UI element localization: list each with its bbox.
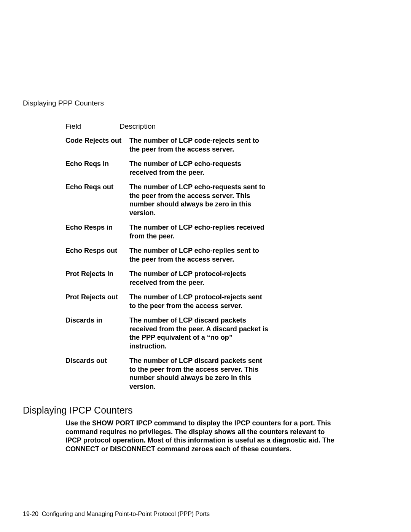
field-label: Prot Rejects out: [65, 293, 129, 302]
field-description: The number of LCP discard packets receiv…: [129, 316, 270, 350]
field-description: The number of LCP protocol-rejects sent …: [129, 293, 270, 310]
table-row: Echo Reqs in The number of LCP echo-requ…: [65, 157, 270, 180]
section-heading-ipcp: Displaying IPCP Counters: [23, 405, 373, 416]
table-row: Discards out The number of LCP discard p…: [65, 353, 270, 394]
field-label: Prot Rejects in: [65, 270, 129, 278]
field-label: Discards in: [65, 316, 129, 325]
field-label: Echo Reqs out: [65, 183, 129, 192]
table-header-row: Field Description: [65, 119, 270, 133]
table-row: Echo Resps out The number of LCP echo-re…: [65, 243, 270, 267]
page-header: Displaying PPP Counters: [23, 99, 373, 107]
field-description: The number of LCP echo-replies sent to t…: [129, 246, 270, 264]
field-label: Discards out: [65, 356, 129, 365]
table-row: Code Rejects out The number of LCP code-…: [65, 133, 270, 157]
field-description: The number of LCP echo-requests received…: [129, 160, 270, 177]
field-description: The number of LCP echo-requests sent to …: [129, 183, 270, 217]
field-description: The number of LCP protocol-rejects recei…: [129, 270, 270, 287]
field-description: The number of LCP discard packets sent t…: [129, 356, 270, 391]
page: Displaying PPP Counters Field Descriptio…: [0, 0, 411, 532]
table-row: Echo Reqs out The number of LCP echo-req…: [65, 180, 270, 220]
page-footer: 19-20 Configuring and Managing Point-to-…: [23, 511, 210, 518]
table-row: Prot Rejects out The number of LCP proto…: [65, 290, 270, 313]
field-label: Echo Reqs in: [65, 160, 129, 168]
field-label: Code Rejects out: [65, 136, 129, 145]
table-row: Prot Rejects in The number of LCP protoc…: [65, 267, 270, 290]
field-label: Echo Resps in: [65, 223, 129, 232]
table-header-description: Description: [119, 122, 270, 131]
table-row: Echo Resps in The number of LCP echo-rep…: [65, 220, 270, 243]
counters-table: Field Description Code Rejects out The n…: [65, 119, 270, 394]
field-description: The number of LCP code-rejects sent to t…: [129, 136, 270, 153]
table-row: Discards in The number of LCP discard pa…: [65, 313, 270, 353]
table-bottom-rule: [65, 394, 270, 394]
field-description: The number of LCP echo-replies received …: [129, 223, 270, 240]
field-label: Echo Resps out: [65, 246, 129, 255]
table-header-field: Field: [65, 122, 119, 131]
ipcp-paragraph: Use the SHOW PORT IPCP command to displa…: [65, 419, 339, 453]
